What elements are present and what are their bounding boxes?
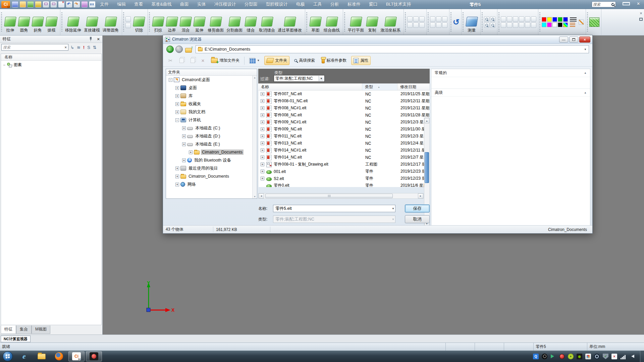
menu-item-3[interactable]: 查看: [134, 1, 143, 7]
menu-item-5[interactable]: 曲面: [180, 1, 189, 7]
start-button[interactable]: [3, 351, 13, 361]
filter-dropdown[interactable]: 零件;装配;工程图;NC ▼: [274, 75, 325, 82]
menu-item-6[interactable]: 实体: [197, 1, 206, 7]
advanced-search-button[interactable]: 高级搜索: [292, 56, 317, 65]
display-tools-icon-4[interactable]: [519, 16, 524, 22]
row-expand-icon[interactable]: +: [261, 177, 264, 180]
ribbon-button-直接建模[interactable]: 直接建模: [83, 10, 101, 34]
up-folder-icon[interactable]: [185, 46, 193, 53]
copy-button[interactable]: [177, 57, 186, 64]
tree-expand-icon[interactable]: +: [182, 134, 186, 138]
annotation-tools-icon-6[interactable]: [442, 22, 447, 28]
errors-icon[interactable]: !: [83, 45, 85, 50]
row-expand-icon[interactable]: +: [261, 163, 264, 166]
menu-item-10[interactable]: 电极: [296, 1, 305, 7]
taskbar-explorer-icon[interactable]: [34, 351, 50, 361]
display-tools-icon-12[interactable]: [531, 22, 536, 28]
dimension-tools-icon-2[interactable]: [413, 16, 419, 22]
mdi-restore-icon[interactable]: [639, 18, 643, 21]
tree-expand-icon[interactable]: +: [182, 142, 186, 146]
display-tools-icon-6[interactable]: [531, 16, 536, 22]
tree-expand-icon[interactable]: +: [175, 102, 179, 106]
panel-close-icon[interactable]: ×: [97, 37, 100, 42]
feature-tree-column-header[interactable]: 名称: [1, 54, 101, 61]
feature-search-input[interactable]: 搜索 ×: [1, 44, 68, 51]
display-tools-icon-9[interactable]: [513, 22, 518, 28]
ribbon-button-取消缝合[interactable]: 取消缝合: [258, 10, 276, 34]
file-row[interactable]: +零件013_NC.eltNC2019/12/4 星期: [259, 140, 430, 147]
tree-expand-icon[interactable]: +: [182, 126, 186, 130]
dimension-tools-icon-5[interactable]: [413, 22, 419, 28]
column-type[interactable]: 类型▲: [362, 83, 397, 90]
file-row[interactable]: +零件014_NC.eltNC2019/12/7 星期: [259, 154, 430, 161]
dimension-tools-icon-6[interactable]: [419, 22, 425, 28]
ribbon-button-平行平面[interactable]: 平行平面: [346, 10, 365, 34]
ribbon-button-移除延伸[interactable]: 移除延伸: [64, 10, 83, 34]
file-row[interactable]: +001.elt零件2019/12/23 星期: [259, 168, 430, 175]
file-row[interactable]: +零件008_NC#1.eltNC2019/12/11 星期: [259, 105, 430, 112]
palette-color-1[interactable]: [542, 17, 546, 22]
tray-volume-icon[interactable]: [629, 354, 635, 359]
display-tools-icon-11[interactable]: [525, 22, 530, 28]
tree-expand-icon[interactable]: +: [175, 86, 179, 90]
palette-color-4[interactable]: [558, 17, 562, 22]
column-date[interactable]: 修改日期: [397, 83, 430, 90]
import-icon[interactable]: [28, 1, 34, 7]
ribbon-button-通过草图修改[interactable]: 通过草图修改: [276, 10, 303, 34]
scroll-thumb[interactable]: [425, 152, 429, 183]
folders-toggle-button[interactable]: 文件夹: [264, 56, 289, 65]
file-row[interactable]: +零件011_NC.eltNC2019/12/3 星期: [259, 133, 430, 140]
section-advanced[interactable]: 高级 ▲: [431, 88, 590, 97]
annotation-tools-icon-3[interactable]: [442, 16, 447, 22]
export-icon[interactable]: [35, 1, 41, 7]
file-row[interactable]: +零件008-01_NC.eltNC2019/12/11 星期: [259, 98, 430, 105]
tree-expand-icon[interactable]: +: [175, 183, 179, 186]
tray-q-icon[interactable]: Q: [533, 354, 539, 359]
cut-group-icon-1[interactable]: [125, 16, 131, 22]
new-window-icon[interactable]: [43, 1, 49, 7]
folder-tree-row[interactable]: +本地磁盘 (C:): [166, 124, 257, 132]
tray-action-center-icon[interactable]: ×: [611, 354, 617, 359]
open-icon[interactable]: [20, 1, 26, 7]
file-row[interactable]: +零件007_NC.eltNC2019/11/25 星期: [259, 90, 430, 98]
tree-expand-icon[interactable]: +: [182, 159, 186, 162]
zoom-tools-icon-2[interactable]: [490, 16, 495, 22]
display-tools-icon-3[interactable]: [513, 16, 518, 22]
tray-photos-icon[interactable]: [585, 354, 591, 359]
add-folder-button[interactable]: 增加文件夹: [209, 56, 241, 65]
row-expand-icon[interactable]: +: [261, 148, 264, 152]
menu-item-13[interactable]: 标准件: [347, 1, 361, 7]
address-input[interactable]: E:\Cimatron_Documents ▼: [196, 45, 589, 53]
tray-update-icon[interactable]: +: [568, 354, 574, 359]
scroll-left-icon[interactable]: ◄: [259, 193, 264, 198]
dialog-titlebar[interactable]: Cimatron 浏览器 — ×: [163, 35, 592, 44]
virtual-keyboard-icon[interactable]: [89, 1, 95, 7]
window-settings-icon[interactable]: [51, 1, 57, 7]
menu-item-4[interactable]: 基准&曲线: [151, 1, 172, 7]
file-row[interactable]: +零件008-01 - 复制_Drawing.elt工程图2019/12/17 …: [259, 161, 430, 168]
tree-expand-icon[interactable]: +: [189, 150, 193, 154]
switch-document-icon[interactable]: [82, 1, 88, 7]
tray-network-icon[interactable]: [620, 354, 626, 359]
menu-item-8[interactable]: 分型面: [245, 1, 258, 7]
line-style-icon[interactable]: [570, 23, 575, 27]
folder-tree-row[interactable]: +桌面: [166, 84, 257, 92]
menu-item-1[interactable]: 文件: [100, 1, 109, 7]
tray-audio-icon[interactable]: [550, 354, 556, 359]
scroll-up-icon[interactable]: ▲: [424, 118, 429, 123]
row-expand-icon[interactable]: +: [261, 141, 264, 145]
menu-item-11[interactable]: 工具: [313, 1, 322, 7]
folder-tree-row[interactable]: −计算机: [166, 116, 257, 124]
dialog-minimize-button[interactable]: —: [559, 37, 568, 43]
ribbon-button-调整圆角[interactable]: 调整圆角: [101, 10, 120, 34]
folder-tree-row[interactable]: +Cimatron_Documents: [166, 148, 257, 156]
paste-button[interactable]: [189, 57, 197, 64]
palette-color-8[interactable]: [552, 22, 557, 27]
menu-item-9[interactable]: 型腔模设计: [266, 1, 288, 7]
history-icon[interactable]: ↺: [453, 18, 460, 26]
standard-params-button[interactable]: 标准件参数: [320, 56, 348, 65]
cut-group-icon-2[interactable]: [125, 23, 131, 28]
filename-dropdown-icon[interactable]: ▼: [392, 207, 394, 210]
folder-tree-row[interactable]: +本地磁盘 (E:): [166, 140, 257, 148]
row-expand-icon[interactable]: +: [261, 170, 264, 173]
